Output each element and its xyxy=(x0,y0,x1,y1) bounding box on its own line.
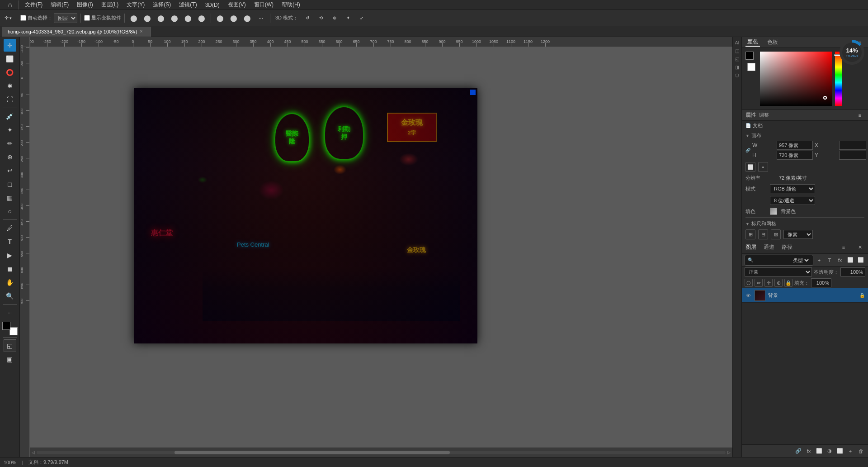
ai-icon[interactable]: AI xyxy=(734,39,741,46)
auto-select-checkbox[interactable] xyxy=(20,15,26,21)
horizontal-scrollbar[interactable] xyxy=(37,451,726,454)
3d-scale-btn[interactable]: ⤢ xyxy=(356,12,368,24)
menu-help[interactable]: 帮助(H) xyxy=(278,0,304,10)
background-color-swatch[interactable] xyxy=(9,327,18,335)
layers-panel-menu[interactable]: ≡ xyxy=(839,243,848,252)
ruler-unit-select[interactable]: 像素 xyxy=(783,230,813,239)
lock-all-btn[interactable]: 🔒 xyxy=(784,279,793,287)
move-tool[interactable]: ✛ xyxy=(4,39,16,52)
opacity-input[interactable] xyxy=(840,267,865,276)
extra-tools[interactable]: ··· xyxy=(4,306,16,319)
crop-tool[interactable]: ⛶ xyxy=(4,93,16,106)
dodge-tool[interactable]: ○ xyxy=(4,205,16,218)
3d-slide-btn[interactable]: ✦ xyxy=(342,12,354,24)
layer-group-icon[interactable]: ⬜ xyxy=(856,256,865,265)
lock-transparent-btn[interactable]: ⬡ xyxy=(745,279,753,287)
lock-move-btn[interactable]: ✛ xyxy=(764,279,773,287)
menu-filter[interactable]: 滤镜(T) xyxy=(175,0,200,10)
align-top-btn[interactable]: ⬤ xyxy=(169,12,180,24)
3d-roll-btn[interactable]: ⟲ xyxy=(315,12,327,24)
spot-healing-tool[interactable]: ✦ xyxy=(4,124,16,136)
gradient-tool[interactable]: ▦ xyxy=(4,191,16,204)
layers-filter-select[interactable]: 类型 xyxy=(791,257,810,263)
foreground-color-swatch[interactable] xyxy=(2,322,10,330)
fill-color-swatch[interactable] xyxy=(770,208,777,215)
select-tool[interactable]: ⬜ xyxy=(4,52,16,65)
brush-tool[interactable]: ✏ xyxy=(4,137,16,150)
height-input[interactable] xyxy=(777,151,813,160)
move-tool-options[interactable]: ✛ ▾ xyxy=(3,12,14,24)
width-input[interactable] xyxy=(777,141,813,150)
layers-panel-collapse[interactable]: ✕ xyxy=(855,243,864,252)
properties-header[interactable]: 属性 调整 ≡ xyxy=(742,110,868,121)
zoom-tool[interactable]: 🔍 xyxy=(4,290,16,302)
3d-rotate-btn[interactable]: ↺ xyxy=(302,12,313,24)
y-input[interactable] xyxy=(839,151,866,160)
eyedropper-tool[interactable]: 💉 xyxy=(4,110,16,123)
3d-pan-btn[interactable]: ⊕ xyxy=(329,12,340,24)
grid-icon-btn[interactable]: ⊟ xyxy=(758,229,768,239)
fill-image-btn[interactable]: ▪ xyxy=(758,162,768,172)
clone-stamp-tool[interactable]: ⊕ xyxy=(4,151,16,163)
scrollbar-thumb[interactable] xyxy=(175,451,450,454)
auto-select-dropdown[interactable]: 图层 xyxy=(54,13,77,23)
menu-view[interactable]: 视图(V) xyxy=(224,0,250,10)
paths-tab[interactable]: 路径 xyxy=(782,243,793,251)
menu-edit[interactable]: 编辑(E) xyxy=(47,0,72,10)
color-gradient-picker[interactable] xyxy=(760,52,832,106)
canvas-content[interactable]: 醫際隆 利勸押 金玫瑰2字 惠仁堂 Pets Central xyxy=(30,47,732,447)
eraser-tool[interactable]: ◻ xyxy=(4,178,16,191)
panel-toggle-1[interactable]: ◫ xyxy=(734,47,741,54)
canvas-scrollbar[interactable]: ◁ ▷ xyxy=(30,447,732,457)
pen-tool[interactable]: 🖊 xyxy=(4,222,16,234)
x-input[interactable] xyxy=(839,141,866,150)
align-center-v-btn[interactable]: ⬤ xyxy=(182,12,194,24)
layers-search-bar[interactable]: 🔍 类型 xyxy=(745,255,813,266)
shape-tool[interactable]: ◼ xyxy=(4,262,16,275)
history-brush-tool[interactable]: ↩ xyxy=(4,164,16,177)
layer-filter-icon[interactable]: T xyxy=(825,256,834,265)
add-layer-style-btn[interactable]: fx xyxy=(804,447,813,456)
mode-select[interactable]: RGB 颜色 xyxy=(770,184,815,193)
scale-lock-icon[interactable]: 🔗 xyxy=(745,148,750,152)
screen-mode-btn[interactable]: ▣ xyxy=(4,353,16,366)
new-layer-from-adj[interactable]: + xyxy=(815,256,824,265)
layer-item-background[interactable]: 👁 背景 🔒 xyxy=(742,288,868,303)
text-tool[interactable]: T xyxy=(4,235,16,248)
menu-select[interactable]: 选择(S) xyxy=(149,0,175,10)
rulers-collapse-icon[interactable]: ▼ xyxy=(745,222,750,226)
channels-tab[interactable]: 通道 xyxy=(764,243,774,251)
new-adj-layer-btn[interactable]: ◑ xyxy=(825,447,834,456)
panel-toggle-3[interactable]: ◨ xyxy=(734,63,741,71)
link-layers-btn[interactable]: 🔗 xyxy=(794,447,803,456)
hand-tool[interactable]: ✋ xyxy=(4,276,16,289)
fill-opacity-input[interactable] xyxy=(811,278,831,287)
menu-window[interactable]: 窗口(W) xyxy=(250,0,277,10)
new-layer-btn[interactable]: + xyxy=(846,447,855,456)
distribute-center-h-btn[interactable]: ⬤ xyxy=(228,12,240,24)
add-mask-btn[interactable]: ⬜ xyxy=(815,447,824,456)
quick-mask-btn[interactable]: ◱ xyxy=(4,339,16,352)
distribute-left-btn[interactable]: ⬤ xyxy=(214,12,226,24)
lock-artboard-btn[interactable]: ⊕ xyxy=(774,279,783,287)
home-button[interactable]: ⌂ xyxy=(4,0,16,11)
panel-toggle-2[interactable]: ◱ xyxy=(734,55,741,62)
layer-mask-icon[interactable]: ⬜ xyxy=(846,256,855,265)
magic-wand-tool[interactable]: ✱ xyxy=(4,80,16,92)
fit-image-btn[interactable]: ⬜ xyxy=(745,162,755,172)
properties-collapse-btn[interactable]: ≡ xyxy=(855,111,864,120)
align-bottom-btn[interactable]: ⬤ xyxy=(196,12,208,24)
align-left-btn[interactable]: ⬤ xyxy=(128,12,140,24)
layers-tab[interactable]: 图层 xyxy=(745,243,756,251)
depth-select[interactable]: 8 位/通道 xyxy=(770,196,815,205)
new-group-btn[interactable]: ⬜ xyxy=(835,447,844,456)
lock-paint-btn[interactable]: ✏ xyxy=(755,279,763,287)
path-select-tool[interactable]: ▶ xyxy=(4,249,16,262)
swatches-tab[interactable]: 色板 xyxy=(765,38,780,46)
menu-layer[interactable]: 图层(L) xyxy=(98,0,123,10)
document-tab[interactable]: hong-kong-4103334_960_720.webp.jpg @ 100… xyxy=(2,27,151,37)
menu-3d[interactable]: 3D(D) xyxy=(202,1,223,9)
background-color-box[interactable] xyxy=(747,63,755,71)
snap-icon-btn[interactable]: ⊠ xyxy=(771,229,781,239)
align-center-h-btn[interactable]: ⬤ xyxy=(142,12,153,24)
